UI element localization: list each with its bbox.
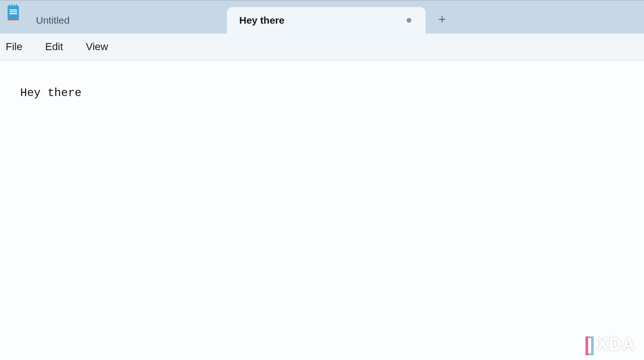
tab-hey-there[interactable]: Hey there — [227, 7, 426, 34]
xda-watermark: [ ] XDA — [584, 334, 635, 354]
bracket-right-icon: ] — [588, 334, 595, 354]
text-editor[interactable]: Hey there [ ] XDA — [0, 61, 644, 360]
menu-bar: File Edit View — [0, 34, 644, 61]
menu-edit[interactable]: Edit — [44, 38, 75, 56]
tab-label: Hey there — [239, 15, 407, 26]
plus-icon — [437, 15, 447, 26]
menu-view[interactable]: View — [85, 38, 120, 56]
bracket-left-icon: [ — [584, 334, 591, 354]
watermark-text: XDA — [597, 334, 635, 354]
editor-content: Hey there — [20, 87, 82, 99]
menu-file[interactable]: File — [5, 38, 35, 56]
title-bar: Untitled Hey there — [0, 1, 644, 34]
unsaved-indicator-icon — [407, 18, 411, 23]
new-tab-button[interactable] — [426, 7, 459, 34]
notepad-app-icon — [8, 6, 19, 19]
tab-untitled[interactable]: Untitled — [24, 7, 227, 34]
tab-label: Untitled — [36, 15, 217, 26]
